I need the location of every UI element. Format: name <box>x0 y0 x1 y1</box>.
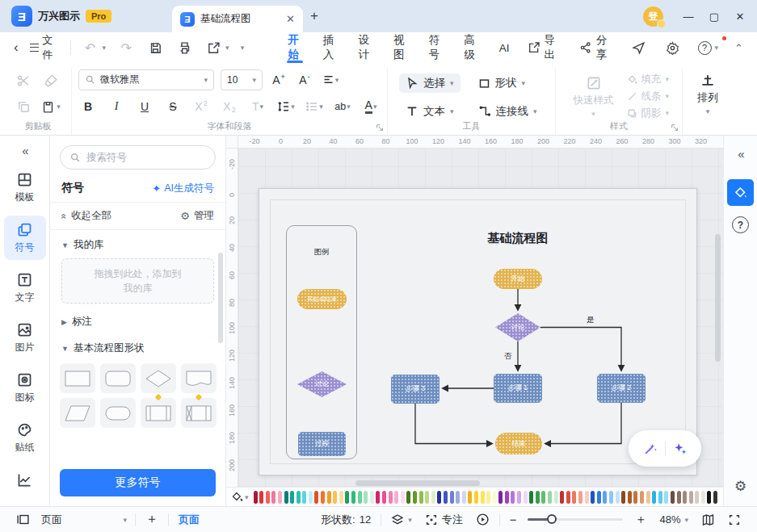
collapse-right-panel-icon[interactable]: « <box>738 147 742 161</box>
tab-symbols[interactable]: 符号 <box>418 32 454 63</box>
active-page-tab[interactable]: 页面 <box>172 513 206 527</box>
color-swatch[interactable] <box>658 491 662 504</box>
select-tool-button[interactable]: 选择▾ <box>399 73 461 93</box>
connector-tool-button[interactable]: 连接线▾ <box>472 102 544 121</box>
tab-insert[interactable]: 插入 <box>313 32 348 63</box>
help-panel-button[interactable]: ? <box>732 216 749 233</box>
tab-home[interactable]: 开始 <box>277 32 313 63</box>
color-swatch[interactable] <box>413 491 417 504</box>
shape-document[interactable] <box>181 363 217 393</box>
settings-button[interactable] <box>658 36 688 59</box>
line-spacing-button[interactable]: ▾ <box>276 97 296 116</box>
close-button[interactable]: ✕ <box>728 5 752 27</box>
color-swatch[interactable] <box>517 491 521 504</box>
undo-button[interactable]: ↶ ▾ <box>76 36 112 59</box>
color-swatch[interactable] <box>327 491 331 504</box>
color-swatch[interactable] <box>431 491 435 504</box>
node-step3[interactable]: 步骤 3 <box>391 375 439 404</box>
shadow-button[interactable]: 阴影▾ <box>627 107 670 120</box>
color-swatch[interactable] <box>339 491 343 504</box>
color-swatch[interactable] <box>394 491 398 504</box>
arrange-button[interactable]: 排列 ▾ <box>689 70 726 130</box>
help-button[interactable]: ? ▾ <box>692 36 725 59</box>
file-menu-button[interactable]: 文件 <box>24 36 65 59</box>
color-swatch[interactable] <box>321 491 325 504</box>
color-swatch[interactable] <box>695 491 699 504</box>
shape-tool-button[interactable]: 形状▾ <box>472 73 544 93</box>
toolbar-more-button[interactable]: ▾ <box>235 36 250 59</box>
color-swatch[interactable] <box>389 491 393 504</box>
color-swatch[interactable] <box>486 491 490 504</box>
color-swatch[interactable] <box>689 491 693 504</box>
horizontal-scrollbar[interactable] <box>355 480 480 486</box>
manage-button[interactable]: ⚙ 管理 <box>180 209 214 223</box>
zoom-level-dropdown[interactable]: 48% ▾ <box>653 513 695 526</box>
strikethrough-button[interactable]: S <box>163 97 183 116</box>
char-spacing-button[interactable]: ab▾ <box>333 97 352 116</box>
color-swatch[interactable] <box>498 491 503 504</box>
subscript-button[interactable]: X2 <box>220 97 239 116</box>
symbol-search[interactable] <box>60 145 216 170</box>
color-swatch[interactable] <box>468 491 472 504</box>
canvas-settings-gear-icon[interactable]: ⚙ <box>734 478 746 495</box>
add-page-button[interactable]: ＋ <box>139 511 165 528</box>
text-effect-button[interactable]: T▾ <box>248 97 267 116</box>
color-swatch[interactable] <box>560 491 564 504</box>
color-swatch[interactable] <box>376 491 380 504</box>
color-swatch[interactable] <box>474 491 478 504</box>
copy-icon[interactable] <box>17 100 31 114</box>
shrink-font-button[interactable]: A- <box>295 70 314 90</box>
align-button[interactable]: ▾ <box>321 70 340 90</box>
zoom-slider-thumb[interactable] <box>547 514 557 524</box>
color-swatch[interactable] <box>671 491 675 504</box>
color-swatch[interactable] <box>254 491 258 504</box>
color-swatch[interactable] <box>683 491 687 504</box>
symbol-search-input[interactable] <box>86 152 191 163</box>
color-swatch[interactable] <box>266 491 270 504</box>
share-file-button[interactable]: ▾ <box>199 36 235 59</box>
shape-rectangle[interactable] <box>60 363 95 393</box>
font-group-expand-icon[interactable] <box>376 124 384 132</box>
fullscreen-button[interactable] <box>721 513 747 526</box>
sidebar-item-text[interactable]: 文字 <box>4 266 46 310</box>
color-swatch[interactable] <box>585 491 589 504</box>
magic-wand-icon[interactable] <box>642 441 658 457</box>
fill-button[interactable]: 填充▾ <box>627 73 670 86</box>
color-swatch[interactable] <box>505 491 509 504</box>
send-feedback-button[interactable] <box>625 36 654 59</box>
node-start[interactable]: 开始 <box>494 269 542 289</box>
color-swatch[interactable] <box>591 491 595 504</box>
sidebar-item-charts[interactable] <box>4 466 46 494</box>
color-swatch[interactable] <box>450 491 454 504</box>
export-button[interactable]: 导出 <box>520 33 568 62</box>
annotation-section[interactable]: ▶ 标注 <box>50 307 225 333</box>
color-swatch[interactable] <box>541 491 545 504</box>
color-swatch[interactable] <box>609 491 613 504</box>
tab-view[interactable]: 视图 <box>383 32 418 63</box>
shape-parallelogram[interactable] <box>60 398 95 428</box>
color-swatch[interactable] <box>707 491 711 504</box>
color-swatch[interactable] <box>713 491 717 504</box>
color-swatch[interactable] <box>425 491 429 504</box>
sidebar-item-stickers[interactable]: 贴纸 <box>4 416 46 460</box>
ai-generate-link[interactable]: ✦ AI生成符号 <box>152 182 214 195</box>
print-button[interactable] <box>170 36 199 59</box>
color-swatch[interactable] <box>652 491 656 504</box>
node-step1[interactable]: 步骤 1 <box>494 374 542 403</box>
color-swatch[interactable] <box>524 491 528 504</box>
color-swatch[interactable] <box>462 491 466 504</box>
collapse-ribbon-button[interactable]: ⌃ <box>729 36 749 59</box>
color-swatch[interactable] <box>351 491 355 504</box>
shape-stored-data[interactable] <box>181 398 217 428</box>
tab-design[interactable]: 设计 <box>347 32 383 63</box>
color-swatch[interactable] <box>566 491 570 504</box>
color-swatch[interactable] <box>382 491 386 504</box>
library-dropzone[interactable]: 拖拽到此处，添加到 我的库 <box>61 258 214 304</box>
color-swatch[interactable] <box>616 491 620 504</box>
layers-button[interactable]: ▾ <box>385 513 418 526</box>
superscript-button[interactable]: X2 <box>191 97 211 116</box>
redo-button[interactable]: ↷ <box>111 36 141 59</box>
back-button[interactable]: ‹ <box>8 36 24 59</box>
underline-button[interactable]: U <box>135 97 154 116</box>
color-swatch[interactable] <box>437 491 441 504</box>
